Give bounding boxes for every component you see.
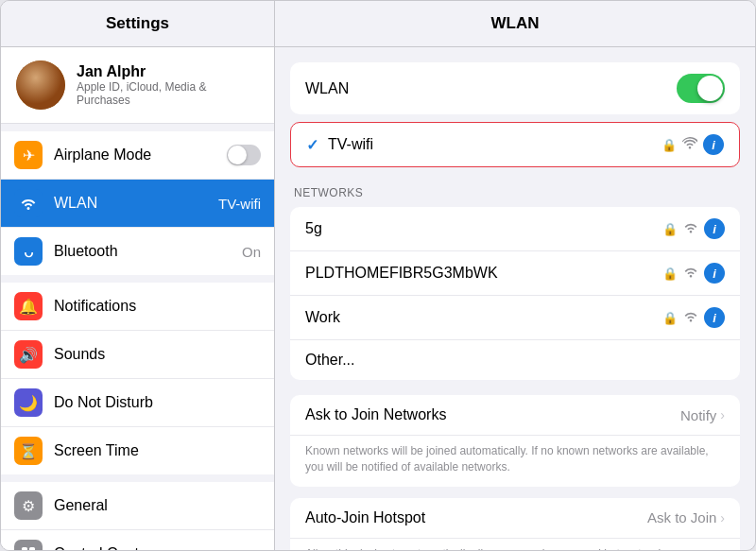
screentime-icon: ⏳: [14, 437, 43, 465]
ask-to-join-row[interactable]: Ask to Join Networks Notify ›: [290, 395, 740, 436]
wifi-icon-work: [683, 309, 698, 326]
network-name-5g: 5g: [305, 220, 662, 237]
ask-to-join-label: Ask to Join Networks: [305, 406, 680, 423]
settings-group-2: 🔔 Notifications 🔊 Sounds 🌙 Do Not Distur…: [1, 283, 274, 474]
info-icon-pld[interactable]: i: [704, 263, 725, 284]
ask-to-join-desc: Known networks will be joined automatica…: [290, 436, 740, 487]
network-row-work[interactable]: Work 🔒 i: [290, 296, 740, 340]
ask-to-join-value: Notify: [680, 407, 716, 423]
networks-list: 5g 🔒 i PLDTHOMEFIBR5G3MbWK: [290, 207, 740, 380]
wlan-toggle-row: WLAN: [290, 62, 740, 114]
network-row-other[interactable]: Other...: [290, 340, 740, 380]
ask-to-join-card: Ask to Join Networks Notify › Known netw…: [290, 395, 740, 487]
bluetooth-icon: ᴗ: [14, 237, 43, 266]
sidebar-item-airplane-mode[interactable]: ✈ Airplane Mode: [1, 131, 274, 180]
info-icon-connected[interactable]: i: [703, 134, 724, 155]
lock-icon-work: 🔒: [662, 311, 678, 325]
sidebar-title: Settings: [106, 14, 169, 32]
notifications-label: Notifications: [54, 298, 261, 315]
svg-rect-0: [22, 547, 27, 551]
network-name-other: Other...: [305, 352, 725, 369]
sidebar-item-bluetooth[interactable]: ᴗ Bluetooth On: [1, 228, 274, 275]
auto-join-chevron: ›: [720, 510, 725, 525]
bluetooth-value: On: [242, 244, 261, 260]
general-icon: ⚙: [14, 491, 43, 520]
network-name-work: Work: [305, 309, 662, 326]
network-5g-icons: 🔒 i: [662, 218, 725, 239]
wlan-toggle[interactable]: [677, 74, 725, 103]
auto-join-label: Auto-Join Hotspot: [305, 509, 647, 526]
wlan-toggle-label: WLAN: [305, 80, 349, 97]
wifi-signal-icon: [682, 136, 697, 153]
wifi-icon-5g: [683, 220, 698, 237]
sidebar-item-general[interactable]: ⚙ General: [1, 482, 274, 530]
connected-network-row[interactable]: ✓ TV-wifi 🔒 i: [290, 122, 740, 167]
user-subtitle: Apple ID, iCloud, Media & Purchases: [77, 80, 259, 107]
user-info: Jan Alphr Apple ID, iCloud, Media & Purc…: [77, 63, 259, 107]
airplane-toggle[interactable]: [227, 145, 261, 165]
user-name: Jan Alphr: [77, 63, 259, 80]
network-work-icons: 🔒 i: [662, 307, 725, 328]
auto-join-card: Auto-Join Hotspot Ask to Join › Allow th…: [290, 498, 740, 550]
screentime-label: Screen Time: [54, 442, 261, 459]
user-profile[interactable]: Jan Alphr Apple ID, iCloud, Media & Purc…: [1, 47, 274, 124]
sidebar-header: Settings: [1, 1, 274, 47]
wlan-toggle-knob: [697, 76, 723, 101]
sidebar-item-notifications[interactable]: 🔔 Notifications: [1, 283, 274, 331]
auto-join-desc: Allow this device to automatically disco…: [290, 539, 740, 550]
bluetooth-label: Bluetooth: [54, 243, 242, 260]
network-pld-icons: 🔒 i: [662, 263, 725, 284]
network-name-pld: PLDTHOMEFIBR5G3MbWK: [305, 265, 662, 282]
airplane-icon: ✈: [14, 141, 43, 169]
wlan-label: WLAN: [54, 195, 218, 212]
ask-to-join-chevron: ›: [720, 407, 725, 422]
main-body: WLAN ✓ TV-wifi 🔒 i: [275, 47, 755, 550]
lock-icon: 🔒: [662, 138, 677, 152]
info-icon-5g[interactable]: i: [704, 218, 725, 239]
main-header: WLAN: [275, 1, 755, 47]
wifi-nav-icon: [14, 189, 43, 217]
networks-section-label: NETWORKS: [290, 182, 740, 207]
airplane-label: Airplane Mode: [54, 146, 227, 164]
connected-network-name: TV-wifi: [328, 136, 662, 153]
sidebar-item-sounds[interactable]: 🔊 Sounds: [1, 331, 274, 379]
app-container: Settings Jan Alphr Apple ID, iCloud, Med…: [0, 0, 756, 551]
sidebar-item-screentime[interactable]: ⏳ Screen Time: [1, 427, 274, 474]
connected-network-icons: 🔒 i: [662, 134, 724, 155]
donotdisturb-label: Do Not Disturb: [54, 394, 261, 411]
notifications-icon: 🔔: [14, 292, 43, 320]
controlcenter-icon: [14, 540, 43, 551]
lock-icon-5g: 🔒: [662, 222, 678, 236]
sidebar-item-donotdisturb[interactable]: 🌙 Do Not Disturb: [1, 379, 274, 427]
sidebar-item-wlan[interactable]: WLAN TV-wifi: [1, 180, 274, 228]
sounds-label: Sounds: [54, 346, 261, 363]
sidebar: Settings Jan Alphr Apple ID, iCloud, Med…: [1, 1, 275, 550]
info-icon-work[interactable]: i: [704, 307, 725, 328]
wlan-value: TV-wifi: [218, 196, 261, 212]
svg-rect-1: [29, 547, 35, 551]
network-row-5g[interactable]: 5g 🔒 i: [290, 207, 740, 251]
settings-group-1: ✈ Airplane Mode WLAN TV-wifi ᴗ Bluet: [1, 131, 274, 275]
sounds-icon: 🔊: [14, 340, 43, 369]
general-label: General: [54, 497, 261, 514]
wifi-icon-pld: [683, 265, 698, 282]
auto-join-row[interactable]: Auto-Join Hotspot Ask to Join ›: [290, 498, 740, 539]
auto-join-value: Ask to Join: [647, 509, 716, 525]
main-content: WLAN WLAN ✓ TV-wifi 🔒: [275, 1, 755, 550]
controlcenter-label: Control Center: [54, 545, 261, 551]
main-title: WLAN: [491, 14, 540, 32]
airplane-toggle-knob: [228, 146, 247, 164]
sidebar-item-controlcenter[interactable]: Control Center: [1, 530, 274, 551]
lock-icon-pld: 🔒: [662, 267, 678, 281]
donotdisturb-icon: 🌙: [14, 388, 43, 417]
check-icon: ✓: [306, 136, 318, 154]
settings-group-3: ⚙ General Control Center AA Display & Br…: [1, 482, 274, 551]
network-row-pld[interactable]: PLDTHOMEFIBR5G3MbWK 🔒 i: [290, 251, 740, 296]
avatar: [16, 60, 65, 110]
